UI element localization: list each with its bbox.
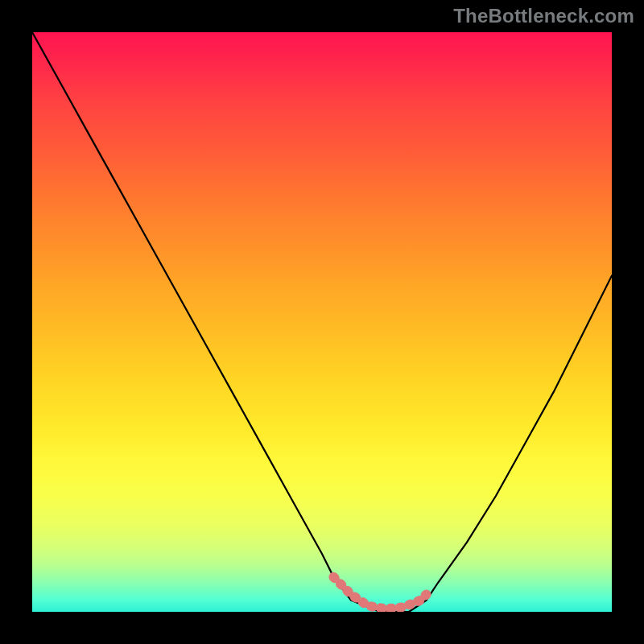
optimal-band-path (333, 577, 426, 609)
chart-frame: TheBottleneck.com (0, 0, 644, 644)
curve-svg (32, 32, 612, 612)
bottleneck-curve-path (32, 32, 612, 612)
plot-area (32, 32, 612, 612)
watermark-text: TheBottleneck.com (453, 5, 634, 27)
